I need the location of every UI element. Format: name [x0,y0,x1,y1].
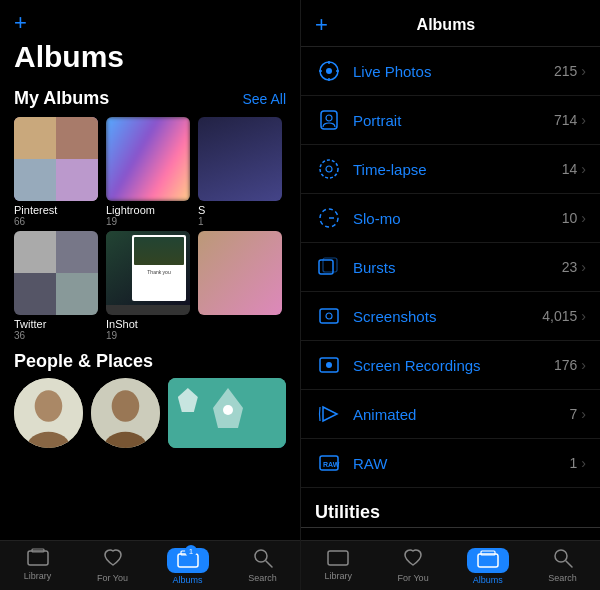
svg-point-23 [320,160,338,178]
album-item-pinterest[interactable]: Pinterest 66 [14,117,102,227]
album-item-sixth[interactable] [198,231,286,341]
animated-chevron: › [581,406,586,422]
album-thumb-pinterest [14,117,98,201]
svg-line-14 [266,561,272,567]
library-icon-right [327,548,349,569]
svg-point-32 [326,362,332,368]
albums-badge-left: 1 [185,545,197,557]
nav-search-right[interactable]: Search [525,541,600,590]
nav-foryou-right[interactable]: For You [376,541,451,590]
animated-label: Animated [353,406,570,423]
list-item-slomo[interactable]: Slo-mo 10 › [301,194,600,243]
people-row [14,378,286,448]
nav-library-label-left: Library [24,571,52,581]
album-item-lightroom[interactable]: Lightroom 19 [106,117,194,227]
portrait-label: Portrait [353,112,554,129]
list-item-raw[interactable]: RAW RAW 1 › [301,439,600,488]
screenshots-icon [315,302,343,330]
timelapse-icon [315,155,343,183]
screen-recordings-label: Screen Recordings [353,357,554,374]
svg-point-30 [326,313,332,319]
screenshots-count: 4,015 [542,308,577,324]
svg-point-22 [326,115,332,121]
slomo-icon [315,204,343,232]
live-photos-label: Live Photos [353,63,554,80]
animated-count: 7 [570,406,578,422]
list-item-portrait[interactable]: Portrait 714 › [301,96,600,145]
album-count-third: 1 [198,216,286,227]
foryou-icon-left [102,548,124,571]
left-panel: + Albums My Albums See All Pinterest 66 [0,0,300,590]
timelapse-count: 14 [562,161,578,177]
svg-point-13 [255,550,267,562]
svg-rect-46 [328,551,348,565]
raw-chevron: › [581,455,586,471]
svg-text:RAW: RAW [323,461,340,468]
list-item-bursts[interactable]: Bursts 23 › [301,243,600,292]
nav-foryou-left[interactable]: For You [75,541,150,590]
album-thumb-twitter [14,231,98,315]
album-thumb-third [198,117,282,201]
portrait-chevron: › [581,112,586,128]
list-item-animated[interactable]: Animated 7 › [301,390,600,439]
avatar-person2[interactable] [91,378,160,448]
album-thumb-sixth [198,231,282,315]
nav-library-right[interactable]: Library [301,541,376,590]
list-item-screenshots[interactable]: Screenshots 4,015 › [301,292,600,341]
people-section: People & Places [0,345,300,452]
list-item-imports[interactable]: Imports 997 › [301,528,600,540]
left-bottom-nav: Library For You 1 Albums Search [0,540,300,590]
raw-icon: RAW [315,449,343,477]
live-photos-icon [315,57,343,85]
right-title: Albums [417,16,476,34]
svg-rect-48 [481,551,495,555]
timelapse-label: Time-lapse [353,161,562,178]
album-item-inshot[interactable]: InShot 19 [106,231,194,341]
album-count-inshot: 19 [106,330,194,341]
nav-albums-right[interactable]: Albums [451,541,526,590]
nav-search-left[interactable]: Search [225,541,300,590]
screen-recordings-chevron: › [581,357,586,373]
library-icon-left [27,548,49,569]
album-thumb-lightroom [106,117,190,201]
svg-point-49 [555,550,567,562]
svg-point-4 [112,390,140,422]
album-count-pinterest: 66 [14,216,102,227]
album-name-third: S [198,204,286,216]
map-thumbnail[interactable] [168,378,286,448]
screen-recordings-icon [315,351,343,379]
my-albums-label: My Albums [14,88,109,109]
svg-point-16 [326,68,332,74]
album-count-lightroom: 19 [106,216,194,227]
foryou-icon-right [402,548,424,571]
nav-library-label-right: Library [325,571,353,581]
left-header: + [0,0,300,40]
raw-count: 1 [570,455,578,471]
add-button-left[interactable]: + [14,12,27,34]
live-photos-chevron: › [581,63,586,79]
album-name-twitter: Twitter [14,318,102,330]
nav-library-left[interactable]: Library [0,541,75,590]
see-all-button[interactable]: See All [242,91,286,107]
svg-line-50 [566,561,572,567]
svg-marker-33 [323,407,337,421]
album-name-inshot: InShot [106,318,194,330]
list-item-screen-recordings[interactable]: Screen Recordings 176 › [301,341,600,390]
bursts-count: 23 [562,259,578,275]
list-item-live-photos[interactable]: Live Photos 215 › [301,47,600,96]
svg-point-8 [223,405,233,415]
album-item-third[interactable]: S 1 [198,117,286,227]
right-header: + Albums [301,0,600,47]
album-thumb-inshot [106,231,190,315]
nav-albums-left[interactable]: 1 Albums [150,541,225,590]
list-item-timelapse[interactable]: Time-lapse 14 › [301,145,600,194]
my-albums-section-header: My Albums See All [0,80,300,113]
bursts-icon [315,253,343,281]
album-item-twitter[interactable]: Twitter 36 [14,231,102,341]
add-button-right[interactable]: + [315,12,328,38]
svg-point-1 [35,390,63,422]
svg-rect-9 [28,551,48,565]
avatar-person1[interactable] [14,378,83,448]
search-icon-right [553,548,573,571]
nav-search-label-right: Search [548,573,577,583]
